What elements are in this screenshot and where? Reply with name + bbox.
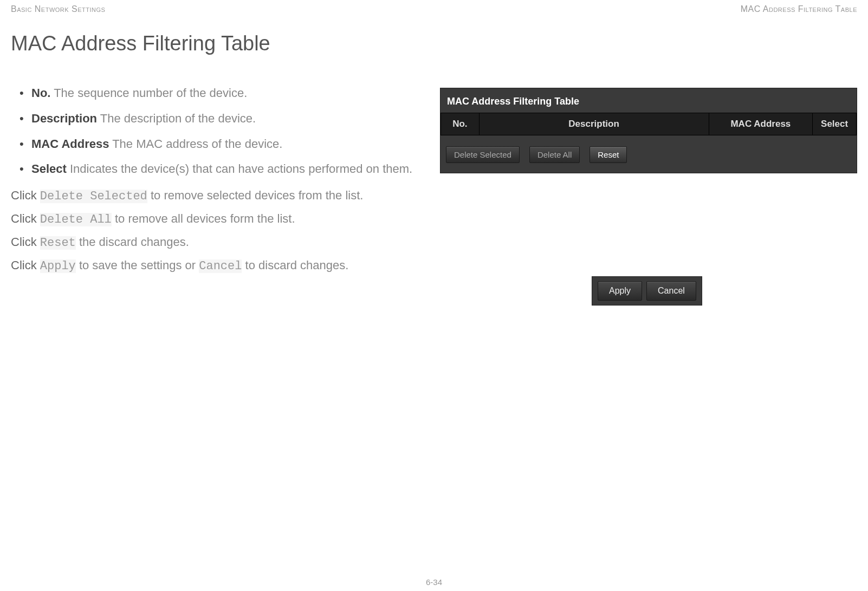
delete-all-button[interactable]: Delete All [529,146,580,163]
list-item: Select Indicates the device(s) that can … [11,161,418,178]
widget-title: MAC Address Filtering Table [441,88,857,113]
col-mac-address: MAC Address [709,113,813,135]
term-no: No. [31,86,50,100]
instruction-delete-selected: Click Delete Selected to remove selected… [11,187,418,205]
mac-filter-table: No. Description MAC Address Select [441,113,857,135]
col-description: Description [479,113,709,135]
page-number: 6-34 [0,577,868,587]
header-left: Basic Network Settings [11,4,105,14]
desc-no: The sequence number of the device. [50,86,247,100]
header-right: MAC Address Filtering Table [741,4,857,14]
term-mac: MAC Address [31,137,109,151]
running-header: Basic Network Settings MAC Address Filte… [11,0,857,24]
apply-button[interactable]: Apply [598,281,642,301]
term-select: Select [31,162,67,176]
instruction-delete-all: Click Delete All to remove all devices f… [11,211,418,229]
instruction-reset: Click Reset the discard changes. [11,234,418,252]
apply-cancel-widget: Apply Cancel [592,276,702,306]
mac-filter-table-widget: MAC Address Filtering Table No. Descript… [440,88,857,173]
list-item: Description The description of the devic… [11,111,418,127]
cancel-button[interactable]: Cancel [646,281,696,301]
desc-mac: The MAC address of the device. [109,137,282,151]
col-select: Select [813,113,857,135]
desc-description: The description of the device. [97,112,256,125]
list-item: MAC Address The MAC address of the devic… [11,136,418,153]
reset-button[interactable]: Reset [590,146,627,163]
definition-list: No. The sequence number of the device. D… [11,85,418,178]
delete-selected-button[interactable]: Delete Selected [446,146,520,163]
instruction-apply-cancel: Click Apply to save the settings or Canc… [11,257,418,275]
term-description: Description [31,112,97,125]
list-item: No. The sequence number of the device. [11,85,418,102]
col-no: No. [441,113,480,135]
page-title: MAC Address Filtering Table [11,32,857,55]
desc-select: Indicates the device(s) that can have ac… [67,162,412,176]
